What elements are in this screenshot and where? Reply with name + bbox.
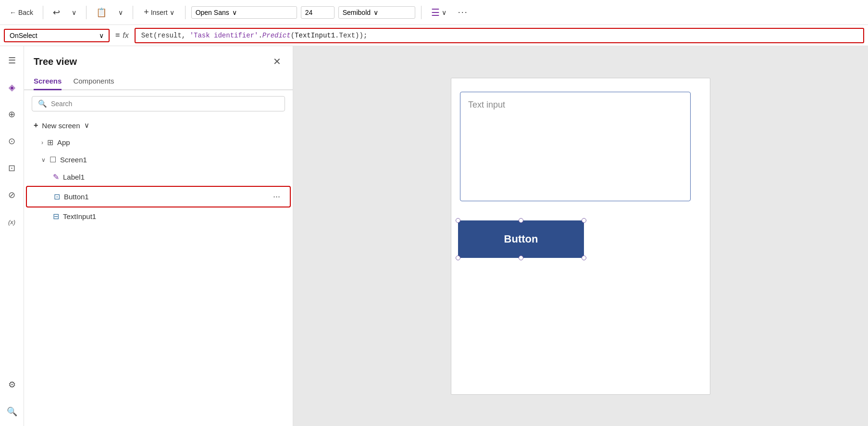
font-selector[interactable]: Open Sans ∨: [191, 6, 297, 19]
app-chevron-icon: ›: [41, 139, 43, 146]
search-button[interactable]: 🔍: [3, 403, 21, 420]
paste-icon: 📋: [96, 7, 107, 18]
more-options-button[interactable]: ···: [454, 5, 472, 19]
new-screen-button[interactable]: + New screen ∨: [26, 117, 291, 134]
handle-bottom-left[interactable]: [456, 256, 460, 260]
hamburger-icon: ☰: [8, 55, 16, 66]
insert-label: Insert: [151, 9, 168, 16]
handle-top-left[interactable]: [456, 218, 460, 223]
handle-bottom-center[interactable]: [519, 256, 523, 260]
tree-title: Tree view: [34, 56, 77, 67]
settings-icon: ⚙: [8, 379, 16, 390]
divider-1: [43, 6, 43, 19]
chevron-down-icon-2: ∨: [118, 9, 123, 16]
weight-chevron-icon: ∨: [373, 9, 378, 16]
canvas-area: Text input Button: [293, 46, 868, 426]
variables-button[interactable]: (x): [3, 213, 21, 231]
plus-icon: +: [144, 7, 149, 17]
undo-button[interactable]: ↩: [49, 5, 64, 20]
format-menu-button[interactable]: ☰ ∨: [427, 5, 450, 20]
search-input[interactable]: [51, 100, 279, 108]
back-label: Back: [18, 9, 33, 16]
hamburger-lines-icon: ☰: [431, 7, 440, 18]
new-screen-label: New screen: [42, 122, 80, 130]
app-icon: ⊞: [47, 138, 53, 147]
text-input-placeholder-label: Text input: [468, 100, 505, 110]
tree-item-label1[interactable]: ✎ Label1: [26, 169, 291, 185]
handle-top-right[interactable]: [582, 218, 586, 223]
data-button[interactable]: ⊙: [3, 133, 21, 150]
tree-close-button[interactable]: ✕: [271, 54, 283, 69]
equals-sign: =: [115, 31, 120, 40]
property-selector[interactable]: OnSelect ∨: [4, 29, 110, 42]
database-icon: ⊙: [8, 136, 15, 146]
search-icon: 🔍: [7, 406, 17, 417]
media-button[interactable]: ⊡: [3, 159, 21, 177]
themes-button[interactable]: ⊘: [3, 186, 21, 204]
button-selection-container: Button: [458, 220, 584, 258]
property-label: OnSelect: [10, 32, 37, 39]
equals-fx-indicator: = fx: [113, 31, 131, 40]
format-chevron-icon: ∨: [442, 9, 446, 16]
formula-input-field[interactable]: Set(result, 'Task identifier'.Predict(Te…: [135, 28, 864, 43]
formula-text-display: Set(result, 'Task identifier'.Predict(Te…: [141, 32, 368, 39]
font-chevron-icon: ∨: [232, 9, 237, 16]
font-size-input[interactable]: 24: [301, 6, 335, 19]
screen1-chevron-icon: ∨: [41, 157, 46, 163]
themes-icon: ⊘: [8, 190, 15, 200]
tree-search-bar: 🔍: [32, 96, 285, 111]
textinput1-label: TextInput1: [63, 212, 283, 220]
tab-screens[interactable]: Screens: [34, 73, 62, 90]
tree-tabs: Screens Components: [24, 73, 293, 90]
divider-5: [421, 6, 422, 19]
undo-icon: ↩: [53, 7, 60, 18]
tree-item-textinput1[interactable]: ⊟ TextInput1: [26, 208, 291, 225]
tree-item-button1[interactable]: ⊡ Button1 ···: [26, 186, 291, 207]
insert-button[interactable]: + Insert ∨: [139, 5, 179, 19]
new-screen-chevron-icon: ∨: [84, 121, 89, 130]
divider-4: [185, 6, 186, 19]
chevron-down-icon: ∨: [72, 9, 76, 16]
tree-items: › ⊞ App ∨ ☐ Screen1 ✎ Label1 ⊡ Button1 ·…: [24, 134, 293, 426]
textinput-control-icon: ⊟: [53, 212, 59, 221]
button-control[interactable]: Button: [458, 220, 584, 258]
button-control-icon: ⊡: [54, 192, 60, 201]
button1-more-icon[interactable]: ···: [271, 191, 282, 203]
insert-chevron-icon: ∨: [170, 9, 174, 16]
sidebar-icons: ☰ ◈ ⊕ ⊙ ⊡ ⊘ (x) ⚙ 🔍: [0, 46, 24, 426]
layers-icon: ◈: [9, 82, 15, 93]
weight-label: Semibold: [343, 9, 371, 16]
settings-button[interactable]: ⚙: [3, 376, 21, 393]
new-screen-plus-icon: +: [34, 121, 38, 130]
hamburger-menu-button[interactable]: ☰: [3, 52, 21, 69]
handle-bottom-right[interactable]: [582, 256, 586, 260]
media-icon: ⊡: [8, 163, 15, 173]
formula-bar: OnSelect ∨ = fx Set(result, 'Task identi…: [0, 25, 868, 46]
back-button[interactable]: ← Back: [6, 7, 37, 18]
add-control-button[interactable]: ⊕: [3, 106, 21, 123]
fx-label: fx: [123, 31, 128, 40]
main-layout: ☰ ◈ ⊕ ⊙ ⊡ ⊘ (x) ⚙ 🔍 Tree view: [0, 46, 868, 426]
layers-button[interactable]: ◈: [3, 79, 21, 96]
tree-panel: Tree view ✕ Screens Components 🔍 + New s…: [24, 46, 293, 426]
font-label: Open Sans: [196, 9, 229, 16]
text-input-control[interactable]: Text input: [460, 92, 691, 201]
handle-top-center[interactable]: [519, 218, 523, 223]
paste-button[interactable]: 📋: [92, 5, 111, 20]
font-weight-selector[interactable]: Semibold ∨: [338, 6, 415, 19]
tree-item-screen1[interactable]: ∨ ☐ Screen1: [26, 151, 291, 168]
tab-components[interactable]: Components: [73, 73, 114, 90]
back-arrow-icon: ←: [10, 9, 16, 16]
divider-2: [86, 6, 87, 19]
undo-dropdown-button[interactable]: ∨: [68, 7, 80, 18]
divider-3: [133, 6, 133, 19]
toolbar: ← Back ↩ ∨ 📋 ∨ + Insert ∨ Open Sans ∨ 24…: [0, 0, 868, 25]
app-canvas: Text input Button: [451, 78, 710, 395]
label1-label: Label1: [63, 173, 283, 181]
screen-icon: ☐: [50, 155, 56, 164]
paste-dropdown-button[interactable]: ∨: [114, 7, 127, 18]
search-magnifier-icon: 🔍: [38, 99, 47, 108]
tree-item-app[interactable]: › ⊞ App: [26, 134, 291, 151]
ellipsis-icon: ···: [458, 7, 468, 17]
plus-circle-icon: ⊕: [8, 109, 15, 120]
